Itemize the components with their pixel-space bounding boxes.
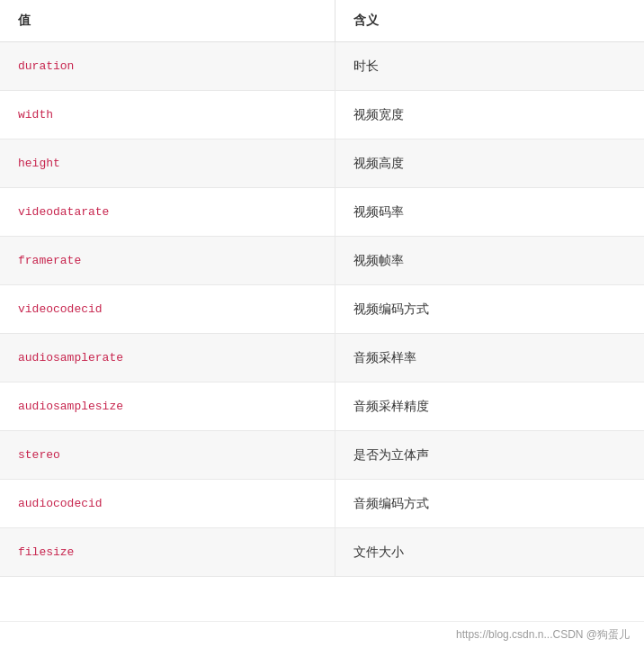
table-container: 值 含义 duration时长width视频宽度height视频高度videod… <box>0 0 644 648</box>
cell-value: videocodecid <box>0 285 335 334</box>
cell-meaning: 时长 <box>335 42 644 91</box>
cell-meaning: 是否为立体声 <box>335 431 644 480</box>
column-header-meaning: 含义 <box>335 0 644 42</box>
cell-meaning: 视频帧率 <box>335 237 644 285</box>
cell-value: audiocodecid <box>0 480 335 528</box>
footer-text: https://blog.csdn.n...CSDN @狗蛋儿 <box>456 628 630 641</box>
cell-meaning: 视频高度 <box>335 140 644 188</box>
cell-meaning: 视频码率 <box>335 188 644 237</box>
table-row: height视频高度 <box>0 140 644 188</box>
table-row: filesize文件大小 <box>0 528 644 577</box>
cell-value: framerate <box>0 237 335 285</box>
table-row: framerate视频帧率 <box>0 237 644 285</box>
cell-meaning: 音频采样精度 <box>335 382 644 431</box>
table-row: videocodecid视频编码方式 <box>0 285 644 334</box>
table-row: width视频宽度 <box>0 91 644 140</box>
table-header-row: 值 含义 <box>0 0 644 42</box>
cell-value: videodatarate <box>0 188 335 237</box>
cell-value: audiosamplesize <box>0 382 335 431</box>
footer-bar: https://blog.csdn.n...CSDN @狗蛋儿 <box>0 621 644 648</box>
cell-meaning: 视频编码方式 <box>335 285 644 334</box>
table-row: audiosamplesize音频采样精度 <box>0 382 644 431</box>
cell-value: stereo <box>0 431 335 480</box>
cell-value: audiosamplerate <box>0 334 335 382</box>
column-header-value: 值 <box>0 0 335 42</box>
data-table: 值 含义 duration时长width视频宽度height视频高度videod… <box>0 0 644 577</box>
table-row: stereo是否为立体声 <box>0 431 644 480</box>
table-row: duration时长 <box>0 42 644 91</box>
cell-value: duration <box>0 42 335 91</box>
cell-value: height <box>0 140 335 188</box>
cell-value: width <box>0 91 335 140</box>
table-row: audiocodecid音频编码方式 <box>0 480 644 528</box>
cell-meaning: 音频采样率 <box>335 334 644 382</box>
table-row: audiosamplerate音频采样率 <box>0 334 644 382</box>
cell-value: filesize <box>0 528 335 577</box>
table-row: videodatarate视频码率 <box>0 188 644 237</box>
cell-meaning: 文件大小 <box>335 528 644 577</box>
cell-meaning: 音频编码方式 <box>335 480 644 528</box>
cell-meaning: 视频宽度 <box>335 91 644 140</box>
